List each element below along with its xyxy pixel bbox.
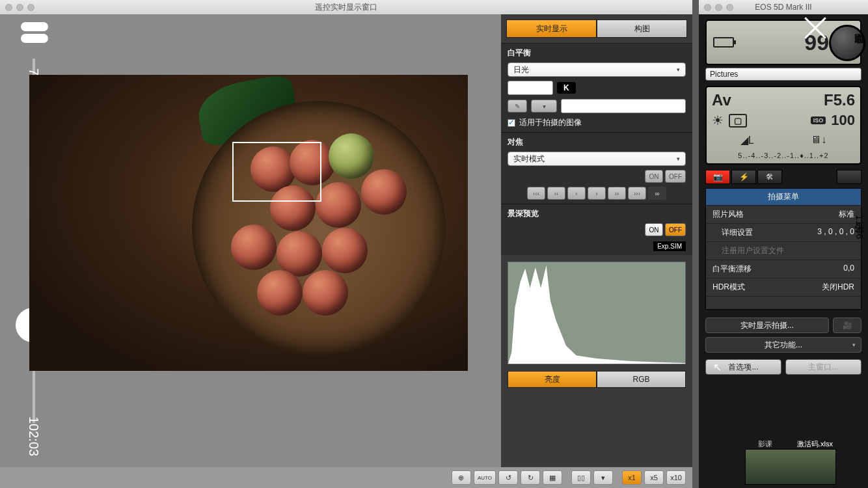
dof-label: 景深预览	[508, 208, 686, 219]
dof-on-button[interactable]: ON	[645, 223, 663, 236]
rotate-cw-button[interactable]: ↻	[521, 470, 540, 485]
hist-tab-rgb[interactable]: RGB	[597, 371, 686, 388]
apply-checkbox[interactable]	[508, 119, 515, 127]
preview-fruit	[303, 270, 348, 316]
camera-title: EOS 5D Mark III	[699, 3, 868, 12]
aperture-value[interactable]: F5.6	[824, 91, 855, 109]
tab-extra[interactable]	[837, 170, 861, 184]
target-button[interactable]: ⊕	[452, 470, 471, 485]
shooting-mode[interactable]: Av	[712, 91, 731, 109]
battery-icon	[713, 37, 734, 47]
iso-badge: ISO	[811, 116, 826, 124]
aspect-dropdown[interactable]: ▾	[593, 470, 613, 485]
wb-value-field[interactable]	[561, 99, 686, 113]
focus-near-2[interactable]: ››	[608, 187, 626, 200]
apply-label: 适用于拍摄的图像	[519, 117, 582, 128]
auto-button[interactable]: AUTO	[474, 470, 496, 485]
other-functions-button[interactable]: 其它功能...▾	[705, 337, 861, 353]
panel-tabs: 实时显示 构图	[506, 20, 687, 38]
mode-tabs: 📷 ⚡ 🛠	[705, 170, 861, 184]
iso-value[interactable]: 100	[831, 112, 855, 129]
transfer-icon[interactable]: 🖥↓	[811, 134, 826, 146]
exposure-scale: 5..-4..-3..-2..-1..♦..1..+2	[712, 152, 855, 159]
cursor-icon: ↖	[713, 361, 722, 373]
live-preview[interactable]	[29, 75, 468, 371]
preview-fruit	[316, 182, 361, 228]
preview-fruit	[361, 169, 407, 215]
section-dof: 景深预览 ON OFF Exp.SIM	[501, 204, 692, 255]
shutter-button[interactable]	[829, 25, 865, 61]
focus-mode-select[interactable]: 实时模式	[508, 152, 686, 166]
live-view-window: 遥控实时显示窗口 76:10 102:03 ▶ 实时显示 构图 白平衡 日光	[0, 0, 692, 488]
focus-far-3[interactable]: ‹‹‹	[527, 187, 545, 200]
desktop-file: 激活码.xlsx	[797, 439, 833, 449]
menu-header: 拍摄菜单	[706, 189, 861, 205]
tab-live-view[interactable]: 实时显示	[506, 20, 597, 38]
focus-near-1[interactable]: ›	[588, 187, 606, 200]
focus-near-3[interactable]: ›››	[628, 187, 646, 200]
desktop-thumbnail	[745, 449, 836, 485]
tab-compose[interactable]: 构图	[597, 20, 687, 38]
video-button[interactable]: 🎥	[833, 318, 861, 333]
wb-label: 白平衡	[508, 47, 686, 59]
focus-rectangle[interactable]	[232, 142, 321, 202]
desktop-file-2: 影课	[758, 439, 772, 449]
wb-dropdown[interactable]: ▾	[531, 100, 557, 113]
shooting-menu: 拍摄菜单 照片风格标准 详细设置3 , 0 , 0 , 0 注册用户设置文件 白…	[705, 188, 861, 310]
menu-hdr[interactable]: HDR模式关闭HDR	[706, 278, 861, 296]
wb-kelvin-field[interactable]	[508, 81, 553, 95]
focus-infinity: ∞	[648, 187, 666, 200]
timecode-bottom: 102:03	[26, 416, 41, 456]
af-off-button[interactable]: OFF	[665, 170, 686, 183]
overlay-pill-2	[21, 34, 48, 43]
menu-wb-shift[interactable]: 白平衡漂移0,0	[706, 260, 861, 278]
grid-button[interactable]: ▦	[543, 470, 562, 485]
zoom-10x-button[interactable]: x10	[666, 470, 686, 485]
dof-off-button[interactable]: OFF	[665, 223, 686, 236]
tab-tools-icon[interactable]: 🛠	[757, 170, 782, 184]
wb-sun-icon[interactable]: ☀	[712, 113, 724, 128]
preview-fruit	[329, 133, 374, 179]
quality-icon[interactable]: ◢L	[740, 134, 754, 146]
aspect-button[interactable]: ▯▯	[571, 470, 591, 485]
zoom-5x-button[interactable]: x5	[644, 470, 664, 485]
section-white-balance: 白平衡 日光 K ✎ ▾ 适用于拍摄的图像	[501, 43, 692, 132]
menu-register: 注册用户设置文件	[706, 241, 861, 260]
exp-sim-badge: Exp.SIM	[653, 241, 686, 251]
wb-select[interactable]: 日光	[508, 62, 686, 77]
main-window-button[interactable]: 主窗口...	[785, 359, 861, 375]
live-view-shoot-button[interactable]: 实时显示拍摄...	[705, 318, 829, 333]
camera-lcd-top: 9999	[705, 20, 861, 65]
focus-far-1[interactable]: ‹	[567, 187, 586, 200]
menu-picture-style[interactable]: 照片风格标准	[706, 205, 861, 223]
tab-camera-icon[interactable]: 📷	[705, 170, 730, 184]
zoom-1x-button[interactable]: x1	[622, 470, 642, 485]
menu-detail[interactable]: 详细设置3 , 0 , 0 , 0	[706, 223, 861, 241]
overlay-pill-1	[21, 22, 48, 31]
tab-flash-icon[interactable]: ⚡	[731, 170, 756, 184]
menu-empty	[706, 296, 861, 309]
bottom-toolbar: ⊕ AUTO ↺ ↻ ▦ ▯▯ ▾ x1 x5 x10	[0, 467, 692, 488]
histogram	[508, 262, 686, 364]
window-title: 遥控实时显示窗口	[0, 2, 692, 13]
focus-nav-row: ‹‹‹ ‹‹ ‹ › ›› ››› ∞	[508, 187, 686, 200]
kelvin-badge: K	[557, 82, 576, 94]
settings-panel: 实时显示 构图 白平衡 日光 K ✎ ▾ 适用于拍摄的图像 对焦 实时模式	[501, 14, 692, 488]
save-folder[interactable]: Pictures	[705, 68, 861, 81]
rotate-ccw-button[interactable]: ↺	[498, 470, 518, 485]
histogram-tabs: 亮度 RGB	[508, 371, 686, 388]
camera-window: EOS 5D Mark III 9999 Pictures Av F5.6 ☀ …	[699, 0, 868, 488]
preview-fruit	[257, 270, 303, 316]
focus-far-2[interactable]: ‹‹	[547, 187, 565, 200]
eyedropper-button[interactable]: ✎	[508, 100, 527, 113]
section-focus: 对焦 实时模式 ON OFF ‹‹‹ ‹‹ ‹ › ›› ››› ∞	[501, 132, 692, 204]
titlebar-left: 遥控实时显示窗口	[0, 0, 692, 14]
hist-tab-luminance[interactable]: 亮度	[508, 371, 597, 388]
camera-lcd-settings: Av F5.6 ☀ ▢ ISO 100 ◢L 🖥↓ 5..-4..-3..-2.…	[705, 86, 861, 165]
preview-fruit	[231, 224, 277, 270]
drive-mode-icon[interactable]: ▢	[729, 114, 747, 128]
af-on-button[interactable]: ON	[645, 170, 663, 183]
overlay-clock: 上午11:06	[853, 215, 865, 239]
focus-label: 对焦	[508, 137, 686, 148]
preview-plate	[192, 101, 446, 355]
